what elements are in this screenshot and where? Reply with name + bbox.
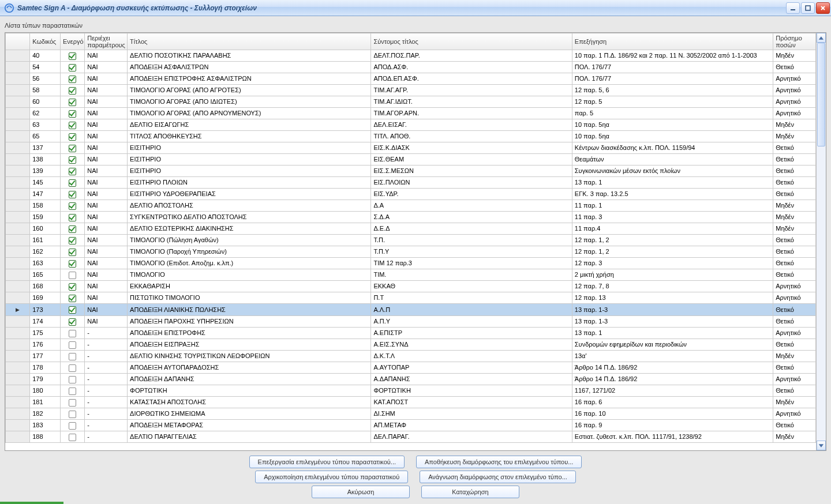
cell-has-params[interactable]: - — [85, 385, 128, 397]
cell-code[interactable]: 182 — [30, 408, 61, 420]
cell-code[interactable]: 139 — [30, 166, 61, 177]
cell-title[interactable]: ΚΑΤΑΣΤΑΣΗ ΑΠΟΣΤΟΛΗΣ — [128, 397, 371, 408]
cell-has-params[interactable]: - — [85, 420, 128, 431]
cell-code[interactable]: 180 — [30, 385, 61, 397]
cell-code[interactable]: 159 — [30, 212, 61, 223]
cell-title[interactable]: ΠΙΣΤΩΤΙΚΟ ΤΙΜΟΛΟΓΙΟ — [128, 292, 371, 304]
cell-explanation[interactable]: 12 παρ. 5 — [572, 96, 773, 108]
cell-short[interactable]: Α.ΕΙΣ.ΣΥΝΔ — [371, 339, 572, 351]
cell-short[interactable]: ΦΟΡΤΩΤΙΚΗ — [371, 385, 572, 397]
cell-sign[interactable]: Θετικό — [773, 166, 816, 177]
table-row[interactable]: 159ΝΑΙΣΥΓΚΕΝΤΡΩΤΙΚΟ ΔΕΛΤΙΟ ΑΠΟΣΤΟΛΗΣΣ.Δ.… — [6, 212, 816, 223]
cell-short[interactable]: ΔΕΛ.ΕΙΣΑΓ. — [371, 119, 572, 131]
row-selector-cell[interactable] — [6, 269, 30, 281]
cell-has-params[interactable]: ΝΑΙ — [85, 269, 128, 281]
cell-short[interactable]: ΕΙΣ.ΘΕΑΜ — [371, 154, 572, 166]
active-checkbox[interactable] — [69, 330, 76, 337]
cell-sign[interactable]: Θετικό — [773, 154, 816, 166]
cell-active[interactable] — [61, 281, 85, 292]
cell-short[interactable]: ΚΑΤ.ΑΠΟΣΤ — [371, 397, 572, 408]
cell-sign[interactable]: Μηδέν — [773, 431, 816, 443]
cell-code[interactable]: 181 — [30, 397, 61, 408]
cell-has-params[interactable]: ΝΑΙ — [85, 281, 128, 292]
cell-has-params[interactable]: ΝΑΙ — [85, 96, 128, 108]
cell-short[interactable]: Σ.Δ.Α — [371, 212, 572, 223]
cell-code[interactable]: 60 — [30, 96, 61, 108]
cell-code[interactable]: 183 — [30, 420, 61, 431]
cell-code[interactable]: 147 — [30, 189, 61, 200]
table-row[interactable]: 177-ΔΕΛΤΙΟ ΚΙΝΗΣΗΣ ΤΟΥΡΙΣΤΙΚΩΝ ΛΕΩΦΟΡΕΙΩ… — [6, 351, 816, 362]
active-checkbox[interactable] — [69, 214, 76, 221]
cell-active[interactable] — [61, 62, 85, 73]
cell-sign[interactable]: Μηδέν — [773, 223, 816, 235]
cell-title[interactable]: ΔΕΛΤΙΟ ΠΑΡΑΓΓΕΛΙΑΣ — [128, 431, 371, 443]
table-row[interactable]: 181-ΚΑΤΑΣΤΑΣΗ ΑΠΟΣΤΟΛΗΣΚΑΤ.ΑΠΟΣΤ16 παρ. … — [6, 397, 816, 408]
cell-short[interactable]: Α.ΔΑΠΑΝΗΣ — [371, 374, 572, 385]
cell-title[interactable]: ΑΠΟΔΕΙΞΗ ΑΣΦΑΛΙΣΤΡΩΝ — [128, 62, 371, 73]
cell-code[interactable]: 179 — [30, 374, 61, 385]
cell-explanation[interactable]: 12 παρ. 1, 2 — [572, 235, 773, 246]
cell-title[interactable]: ΤΙΜΟΛΟΓΙΟ ΑΓΟΡΑΣ (ΑΠΟ ΙΔΙΩΤΕΣ) — [128, 96, 371, 108]
cell-explanation[interactable]: ΠΟΛ. 176/77 — [572, 73, 773, 85]
row-selector-cell[interactable] — [6, 362, 30, 374]
cell-explanation[interactable]: 16 παρ. 9 — [572, 420, 773, 431]
cell-active[interactable] — [61, 258, 85, 269]
col-sign[interactable]: Πρόσημο ποσών — [773, 33, 816, 50]
cell-active[interactable] — [61, 189, 85, 200]
cell-title[interactable]: ΑΠΟΔΕΙΞΗ ΛΙΑΝΙΚΗΣ ΠΩΛΗΣΗΣ — [128, 304, 371, 316]
cell-sign[interactable]: Αρνητικό — [773, 328, 816, 339]
cell-code[interactable]: 65 — [30, 131, 61, 142]
cell-short[interactable]: ΕΙΣ.ΠΛΟΙΩΝ — [371, 177, 572, 189]
table-row[interactable]: 58ΝΑΙΤΙΜΟΛΟΓΙΟ ΑΓΟΡΑΣ (ΑΠΟ ΑΓΡΟΤΕΣ)ΤΙΜ.Α… — [6, 85, 816, 96]
active-checkbox[interactable] — [69, 225, 76, 233]
cell-code[interactable]: 174 — [30, 316, 61, 328]
cell-active[interactable] — [61, 339, 85, 351]
row-selector-cell[interactable] — [6, 50, 30, 62]
cell-has-params[interactable]: ΝΑΙ — [85, 131, 128, 142]
cell-has-params[interactable]: ΝΑΙ — [85, 50, 128, 62]
cell-active[interactable] — [61, 119, 85, 131]
active-checkbox[interactable] — [69, 122, 76, 129]
cell-active[interactable] — [61, 200, 85, 212]
table-row[interactable]: 174ΝΑΙΑΠΟΔΕΙΞΗ ΠΑΡΟΧΗΣ ΥΠΗΡΕΣΙΩΝΑ.Π.Υ13 … — [6, 316, 816, 328]
cell-short[interactable]: Δ.Ε.Δ — [371, 223, 572, 235]
cell-has-params[interactable]: ΝΑΙ — [85, 316, 128, 328]
cell-has-params[interactable]: ΝΑΙ — [85, 235, 128, 246]
cell-active[interactable] — [61, 223, 85, 235]
minimize-button[interactable] — [786, 2, 800, 14]
cell-has-params[interactable]: - — [85, 362, 128, 374]
cell-active[interactable] — [61, 142, 85, 154]
cell-code[interactable]: 62 — [30, 108, 61, 119]
table-row[interactable]: 175-ΑΠΟΔΕΙΞΗ ΕΠΙΣΤΡΟΦΗΣΑ.ΕΠΙΣΤΡ13 παρ. 1… — [6, 328, 816, 339]
cell-short[interactable]: Α.Λ.Π — [371, 304, 572, 316]
cell-sign[interactable]: Θετικό — [773, 316, 816, 328]
row-selector-cell[interactable] — [6, 62, 30, 73]
cell-short[interactable]: Δ.Α — [371, 200, 572, 212]
save-config-button[interactable]: Αποθήκευση διαμόρφωσης του επιλεγμένου τ… — [416, 456, 582, 468]
cell-sign[interactable]: Θετικό — [773, 269, 816, 281]
cell-short[interactable]: ΤΙΜ.ΑΓ.ΙΔΙΩΤ. — [371, 96, 572, 108]
cell-has-params[interactable]: ΝΑΙ — [85, 85, 128, 96]
cell-active[interactable] — [61, 246, 85, 258]
cell-short[interactable]: Π.Τ — [371, 292, 572, 304]
active-checkbox[interactable] — [69, 260, 76, 268]
table-row[interactable]: 158ΝΑΙΔΕΛΤΙΟ ΑΠΟΣΤΟΛΗΣΔ.Α11 παρ. 1Μηδέν — [6, 200, 816, 212]
cell-code[interactable]: 163 — [30, 258, 61, 269]
cell-explanation[interactable]: 10 παρ. 5ηα — [572, 119, 773, 131]
cell-short[interactable]: ΕΙΣ.ΥΔΡ. — [371, 189, 572, 200]
table-row[interactable]: 62ΝΑΙΤΙΜΟΛΟΓΙΟ ΑΓΟΡΑΣ (ΑΠΟ ΑΡΝΟΥΜΕΝΟΥΣ)Τ… — [6, 108, 816, 119]
cell-has-params[interactable]: ΝΑΙ — [85, 292, 128, 304]
table-row[interactable]: 162ΝΑΙΤΙΜΟΛΟΓΙΟ (Παροχή Υπηρεσιών)Τ.Π.Υ1… — [6, 246, 816, 258]
cell-sign[interactable]: Θετικό — [773, 189, 816, 200]
cell-code[interactable]: 58 — [30, 85, 61, 96]
cell-code[interactable]: 168 — [30, 281, 61, 292]
cell-sign[interactable]: Μηδέν — [773, 397, 816, 408]
row-selector-cell[interactable] — [6, 154, 30, 166]
cell-sign[interactable]: Θετικό — [773, 362, 816, 374]
table-row[interactable]: 183-ΑΠΟΔΕΙΞΗ ΜΕΤΑΦΟΡΑΣΑΠ.ΜΕΤΑΦ16 παρ. 9Θ… — [6, 420, 816, 431]
cell-short[interactable]: ΑΠΟΔ.ΑΣΦ. — [371, 62, 572, 73]
vertical-scrollbar[interactable] — [816, 33, 826, 450]
cell-has-params[interactable]: ΝΑΙ — [85, 166, 128, 177]
cell-sign[interactable]: Μηδέν — [773, 351, 816, 362]
active-checkbox[interactable] — [69, 364, 76, 372]
